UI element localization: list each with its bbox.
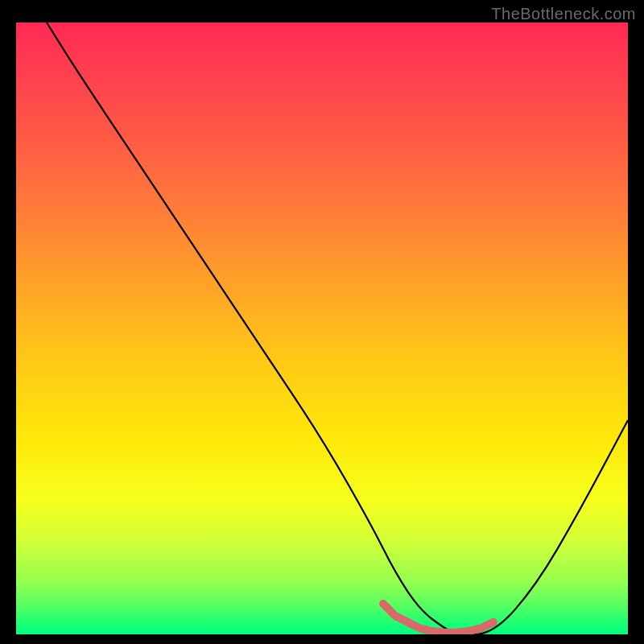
watermark-text: TheBottleneck.com	[491, 5, 636, 23]
chart-curve-svg	[16, 23, 628, 634]
optimal-range-marker-path	[383, 604, 493, 633]
bottleneck-curve-path	[47, 23, 628, 634]
chart-plot-area	[16, 23, 628, 634]
